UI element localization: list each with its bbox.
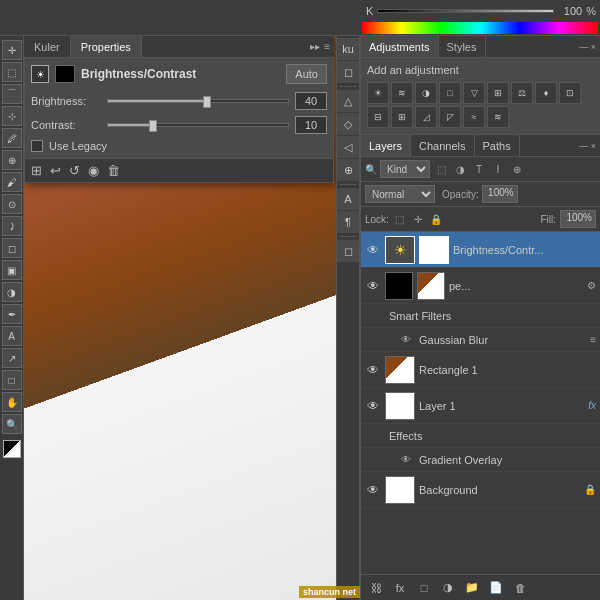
tool-text[interactable]: A xyxy=(2,326,22,346)
auto-button[interactable]: Auto xyxy=(286,64,327,84)
tool-heal[interactable]: ⊕ xyxy=(2,150,22,170)
adj-hsl-icon[interactable]: ⊞ xyxy=(487,82,509,104)
rmt-ku[interactable]: ku xyxy=(337,38,359,60)
rmt-para[interactable]: ¶ xyxy=(337,211,359,233)
contrast-slider-track[interactable] xyxy=(107,123,289,127)
adjustments-collapse[interactable]: — × xyxy=(579,42,596,52)
tool-hand[interactable]: ✋ xyxy=(2,392,22,412)
kind-icon3[interactable]: T xyxy=(471,161,487,177)
adj-colormatch-icon[interactable]: ⊞ xyxy=(391,106,413,128)
gaussian-blur-eye[interactable]: 👁 xyxy=(401,334,411,345)
tool-clone[interactable]: ⊙ xyxy=(2,194,22,214)
fx-icon[interactable]: fx xyxy=(391,579,409,597)
adj-threshold-icon[interactable]: ≈ xyxy=(463,106,485,128)
clip-icon[interactable]: ⊞ xyxy=(31,163,42,178)
k-slider[interactable] xyxy=(377,9,554,13)
layer-row-background[interactable]: 👁 Background 🔒 xyxy=(361,472,600,508)
blend-mode-select[interactable]: Normal xyxy=(365,185,435,203)
tab-paths[interactable]: Paths xyxy=(475,135,520,156)
rmt-rect[interactable]: ◻ xyxy=(337,61,359,83)
rmt-a[interactable]: A xyxy=(337,188,359,210)
visibility-icon[interactable]: ◉ xyxy=(88,163,99,178)
tool-eraser[interactable]: ◻ xyxy=(2,238,22,258)
adj-bw-icon[interactable]: ♦ xyxy=(535,82,557,104)
visibility-pe[interactable]: 👁 xyxy=(365,278,381,294)
rmt-box[interactable]: ◻ xyxy=(337,240,359,262)
tool-history[interactable]: ⤸ xyxy=(2,216,22,236)
tool-select[interactable]: ⬚ xyxy=(2,62,22,82)
rmt-plus[interactable]: ⊕ xyxy=(337,159,359,181)
lock-pixels-icon[interactable]: ⬚ xyxy=(393,212,407,226)
lock-all-icon[interactable]: 🔒 xyxy=(429,212,443,226)
visibility-rectangle[interactable]: 👁 xyxy=(365,362,381,378)
adj-posterize-icon[interactable]: ◸ xyxy=(439,106,461,128)
kind-select[interactable]: Kind xyxy=(380,160,430,178)
visibility-layer1[interactable]: 👁 xyxy=(365,398,381,414)
kind-icon5[interactable]: ⊕ xyxy=(509,161,525,177)
use-legacy-checkbox[interactable] xyxy=(31,140,43,152)
adj-invert-icon[interactable]: ◿ xyxy=(415,106,437,128)
opacity-value[interactable]: 100% xyxy=(482,185,518,203)
delete-icon[interactable]: 🗑 xyxy=(107,163,120,178)
rmt-arrow[interactable]: ◁ xyxy=(337,136,359,158)
layer-row-layer1[interactable]: 👁 Layer 1 fx xyxy=(361,388,600,424)
tab-styles[interactable]: Styles xyxy=(439,36,486,57)
rmt-diamond[interactable]: ◇ xyxy=(337,113,359,135)
visibility-background[interactable]: 👁 xyxy=(365,482,381,498)
delete-layer-icon[interactable]: 🗑 xyxy=(511,579,529,597)
adj-photofilter-icon[interactable]: ⊡ xyxy=(559,82,581,104)
adj-selective-icon[interactable]: ≋ xyxy=(487,106,509,128)
tab-channels[interactable]: Channels xyxy=(411,135,474,156)
tab-properties[interactable]: Properties xyxy=(71,36,142,57)
kind-icon1[interactable]: ⬚ xyxy=(433,161,449,177)
adj-levels-icon[interactable]: ≋ xyxy=(391,82,413,104)
tool-move[interactable]: ✛ xyxy=(2,40,22,60)
tool-eyedropper[interactable]: 🖉 xyxy=(2,128,22,148)
gradient-overlay-eye[interactable]: 👁 xyxy=(401,454,411,465)
tab-kuler[interactable]: Kuler xyxy=(24,36,71,57)
tab-layers[interactable]: Layers xyxy=(361,135,411,156)
tool-lasso[interactable]: ⌒ xyxy=(2,84,22,104)
brightness-value[interactable]: 40 xyxy=(295,92,327,110)
panel-expand-icon[interactable]: ▸▸ xyxy=(310,41,320,52)
adj-curves-icon[interactable]: ◑ xyxy=(415,82,437,104)
tab-adjustments[interactable]: Adjustments xyxy=(361,36,439,57)
fill-value[interactable]: 100% xyxy=(560,210,596,228)
reset-icon[interactable]: ↺ xyxy=(69,163,80,178)
group-icon[interactable]: 📁 xyxy=(463,579,481,597)
rmt-tri[interactable]: △ xyxy=(337,90,359,112)
lock-move-icon[interactable]: ✛ xyxy=(411,212,425,226)
tool-shape[interactable]: □ xyxy=(2,370,22,390)
adj-colorbalance-icon[interactable]: ⚖ xyxy=(511,82,533,104)
adj-triangle-icon[interactable]: ▽ xyxy=(463,82,485,104)
contrast-thumb[interactable] xyxy=(149,120,157,132)
panel-menu-icon[interactable]: ≡ xyxy=(324,41,330,52)
gaussian-blur-options[interactable]: ≡ xyxy=(590,334,596,345)
tool-brush[interactable]: 🖌 xyxy=(2,172,22,192)
visibility-brightness[interactable]: 👁 xyxy=(365,242,381,258)
pe-options-icon[interactable]: ⚙ xyxy=(587,280,596,291)
adj-icon[interactable]: ◑ xyxy=(439,579,457,597)
kind-icon4[interactable]: I xyxy=(490,161,506,177)
mask-icon[interactable]: □ xyxy=(415,579,433,597)
new-layer-icon[interactable]: 📄 xyxy=(487,579,505,597)
layer-row-rectangle[interactable]: 👁 Rectangle 1 xyxy=(361,352,600,388)
brightness-slider-track[interactable] xyxy=(107,99,289,103)
adj-exposure-icon[interactable]: □ xyxy=(439,82,461,104)
link-icon[interactable]: ⛓ xyxy=(367,579,385,597)
prev-icon[interactable]: ↩ xyxy=(50,163,61,178)
tool-gradient[interactable]: ▣ xyxy=(2,260,22,280)
tool-crop[interactable]: ⊹ xyxy=(2,106,22,126)
layers-collapse[interactable]: — × xyxy=(579,141,596,151)
tool-dodge[interactable]: ◑ xyxy=(2,282,22,302)
tool-zoom[interactable]: 🔍 xyxy=(2,414,22,434)
layer-row-pe[interactable]: 👁 pe... ⚙ xyxy=(361,268,600,304)
kind-icon2[interactable]: ◑ xyxy=(452,161,468,177)
tool-path[interactable]: ↗ xyxy=(2,348,22,368)
brightness-thumb[interactable] xyxy=(203,96,211,108)
foreground-background-colors[interactable] xyxy=(3,440,21,458)
layer-row-brightness[interactable]: 👁 ☀ Brightness/Contr... xyxy=(361,232,600,268)
adj-brightness-icon[interactable]: ☀ xyxy=(367,82,389,104)
contrast-value[interactable]: 10 xyxy=(295,116,327,134)
tool-pen[interactable]: ✒ xyxy=(2,304,22,324)
